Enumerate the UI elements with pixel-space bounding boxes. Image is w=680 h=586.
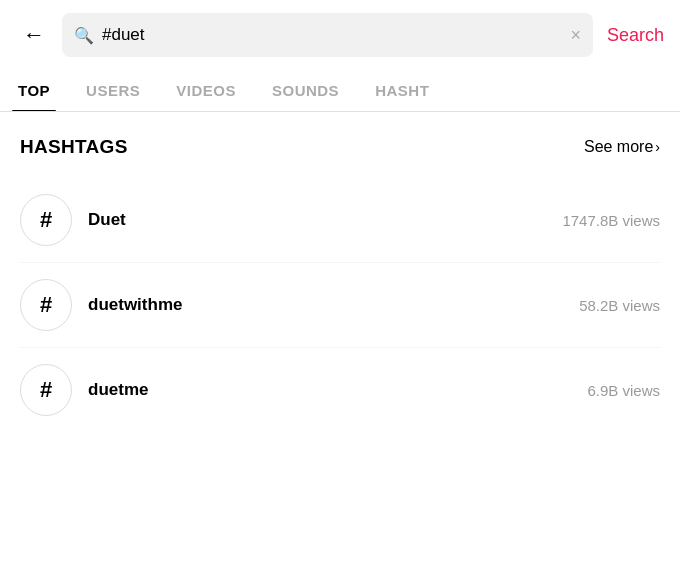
tab-users[interactable]: USERS [68, 70, 158, 111]
hashtag-symbol-1: # [40, 207, 52, 233]
back-icon: ← [23, 22, 45, 48]
chevron-right-icon: › [655, 139, 660, 155]
see-more-button[interactable]: See more › [584, 138, 660, 156]
hashtag-views-3: 6.9B views [587, 382, 660, 399]
section-title: HASHTAGS [20, 136, 128, 158]
hashtag-item-3[interactable]: # duetme 6.9B views [20, 348, 660, 432]
hashtag-item-1[interactable]: # Duet 1747.8B views [20, 178, 660, 263]
see-more-label: See more [584, 138, 653, 156]
hashtag-views-1: 1747.8B views [562, 212, 660, 229]
clear-button[interactable]: × [570, 25, 581, 46]
search-input[interactable]: #duet [102, 25, 562, 45]
section-header: HASHTAGS See more › [20, 136, 660, 158]
hashtag-symbol-3: # [40, 377, 52, 403]
tab-sounds[interactable]: SOUNDS [254, 70, 357, 111]
hashtag-name-2: duetwithme [88, 295, 563, 315]
back-button[interactable]: ← [16, 17, 52, 53]
hashtag-name-1: Duet [88, 210, 546, 230]
hashtag-symbol-2: # [40, 292, 52, 318]
tab-bar: TOP USERS VIDEOS SOUNDS HASHT [0, 70, 680, 112]
tab-videos[interactable]: VIDEOS [158, 70, 254, 111]
hashtag-views-2: 58.2B views [579, 297, 660, 314]
hashtag-icon-circle-3: # [20, 364, 72, 416]
hashtag-item-2[interactable]: # duetwithme 58.2B views [20, 263, 660, 348]
header: ← 🔍 #duet × Search [0, 0, 680, 70]
search-icon: 🔍 [74, 26, 94, 45]
hashtag-icon-circle-1: # [20, 194, 72, 246]
search-button[interactable]: Search [603, 25, 664, 46]
main-content: HASHTAGS See more › # Duet 1747.8B views… [0, 112, 680, 432]
search-bar: 🔍 #duet × [62, 13, 593, 57]
hashtag-name-3: duetme [88, 380, 571, 400]
tab-top[interactable]: TOP [0, 70, 68, 111]
tab-hashtags[interactable]: HASHT [357, 70, 447, 111]
hashtag-icon-circle-2: # [20, 279, 72, 331]
